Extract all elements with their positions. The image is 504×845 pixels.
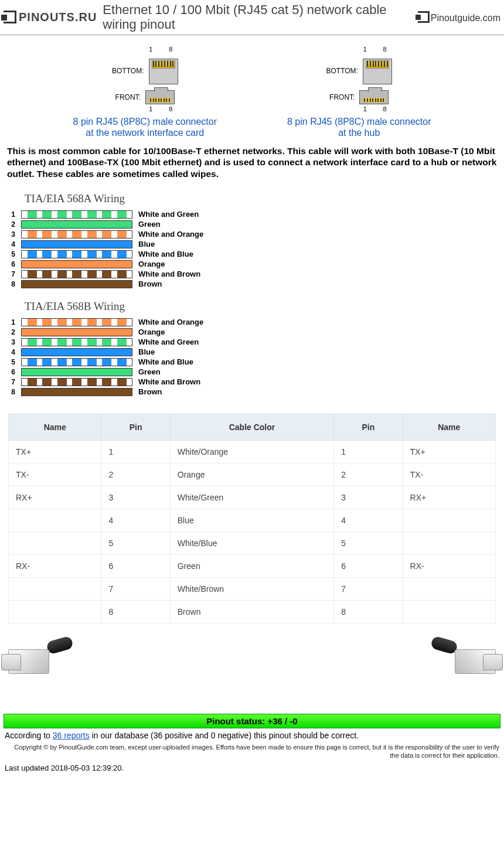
table-row: RX+3White/Green3RX+: [9, 486, 496, 509]
table-cell: [9, 509, 101, 532]
table-cell: Orange: [170, 464, 333, 486]
wire-color-bar: [21, 338, 132, 346]
wire-row: 2Orange: [7, 328, 497, 336]
wire-pin-number: 8: [7, 388, 15, 396]
wire-label: Orange: [138, 260, 165, 268]
wire-color-bar: [21, 368, 132, 376]
table-cell: 8: [334, 601, 403, 623]
wire-label: Orange: [138, 328, 165, 336]
copyright: Copyright © by PinoutGuide.com team, exc…: [0, 742, 504, 761]
wire-pin-number: 7: [7, 270, 15, 278]
wire-color-bar: [21, 240, 132, 248]
wire-color-bar: [21, 328, 132, 336]
table-cell: 1: [334, 441, 403, 464]
wire-row: 5White and Blue: [7, 357, 497, 366]
table-cell: 3: [334, 486, 403, 509]
wire-row: 3White and Green: [7, 338, 497, 346]
front-label: FRONT:: [115, 93, 141, 101]
wire-label: White and Orange: [138, 318, 203, 326]
wire-label: Brown: [138, 280, 162, 288]
table-header: Name: [9, 414, 101, 441]
connector-diagrams: 18 BOTTOM: FRONT: 18 8 pin RJ45 (8P8C) m…: [0, 46, 504, 138]
wiring-568b: TIA/EIA 568B Wiring 1White and Orange2Or…: [0, 292, 504, 400]
wire-color-bar: [21, 378, 132, 386]
wire-label: Green: [138, 220, 161, 229]
wire-pin-number: 1: [7, 210, 15, 219]
table-cell: 2: [334, 464, 403, 486]
table-row: 4Blue4: [9, 509, 496, 532]
bottom-connector-photos: [0, 635, 504, 679]
wire-color-bar: [21, 220, 132, 229]
wire-row: 1White and Green: [7, 210, 497, 219]
logo-left[interactable]: PINOUTS.RU: [4, 11, 97, 24]
table-cell: 4: [334, 509, 403, 532]
table-row: 7White/Brown7: [9, 578, 496, 601]
wire-pin-number: 6: [7, 260, 15, 268]
wiring-568a-title: TIA/EIA 568A Wiring: [25, 192, 497, 205]
wire-pin-number: 2: [7, 328, 15, 336]
intro-text: This is most common cable for 10/100Base…: [0, 143, 504, 184]
rj45-photo-right: [443, 639, 496, 676]
wire-pin-number: 7: [7, 378, 15, 386]
wire-row: 6Orange: [7, 260, 497, 268]
table-cell: Blue: [170, 509, 333, 532]
table-cell: White/Brown: [170, 578, 333, 601]
table-header: Pin: [334, 414, 403, 441]
table-cell: RX+: [9, 486, 101, 509]
table-row: TX+1White/Orange1TX+: [9, 441, 496, 464]
table-cell: 2: [101, 464, 170, 486]
wire-row: 7White and Brown: [7, 377, 497, 386]
wire-row: 8Brown: [7, 387, 497, 396]
wiring-568b-title: TIA/EIA 568B Wiring: [25, 300, 497, 313]
table-row: 8Brown8: [9, 601, 496, 623]
wiring-568a: TIA/EIA 568A Wiring 1White and Green2Gre…: [0, 184, 504, 292]
wire-pin-number: 3: [7, 338, 15, 346]
table-header: Cable Color: [170, 414, 333, 441]
wire-label: White and Green: [138, 338, 199, 346]
wire-row: 1White and Orange: [7, 318, 497, 326]
table-cell: TX-: [9, 464, 101, 486]
wire-color-bar: [21, 260, 132, 268]
table-cell: TX+: [9, 441, 101, 464]
table-row: TX-2Orange2TX-: [9, 464, 496, 486]
table-header: Name: [403, 414, 495, 441]
rj45-front-icon: [145, 90, 175, 104]
page-title: Ethernet 10 / 100 Mbit (RJ45 cat 5) netw…: [103, 2, 417, 32]
table-cell: 4: [101, 509, 170, 532]
wire-color-bar: [21, 280, 132, 288]
table-cell: Brown: [170, 601, 333, 623]
pinout-icon: [418, 11, 430, 23]
table-cell: White/Orange: [170, 441, 333, 464]
table-cell: 8: [101, 601, 170, 623]
wire-color-bar: [21, 270, 132, 278]
wire-color-bar: [21, 388, 132, 396]
rj45-bottom-icon: [149, 59, 178, 84]
logo-right[interactable]: Pinoutguide.com: [418, 9, 500, 25]
table-cell: [403, 532, 495, 555]
rj45-bottom-icon: [363, 59, 392, 84]
wire-color-bar: [21, 358, 132, 366]
table-cell: RX-: [9, 555, 101, 578]
reports-link[interactable]: 36 reports: [53, 731, 90, 740]
wire-pin-number: 1: [7, 318, 15, 326]
rj45-front-icon: [359, 90, 389, 104]
table-cell: White/Green: [170, 486, 333, 509]
table-cell: 1: [101, 441, 170, 464]
wire-label: Brown: [138, 387, 162, 396]
pinout-status-bar: Pinout status: +36 / -0: [4, 714, 500, 728]
wire-label: Green: [138, 367, 161, 376]
wire-label: White and Brown: [138, 270, 200, 278]
table-row: RX-6Green6RX-: [9, 555, 496, 578]
table-cell: 6: [101, 555, 170, 578]
status-text: According to 36 reports in our database …: [0, 730, 504, 742]
connector-right: 18 BOTTOM: FRONT: 18 8 pin RJ45 (8P8C) m…: [287, 46, 431, 138]
connector-right-link[interactable]: 8 pin RJ45 (8P8C) male connector at the …: [287, 116, 431, 138]
table-cell: Green: [170, 555, 333, 578]
logo-left-text: PINOUTS.RU: [19, 11, 97, 24]
table-cell: TX+: [403, 441, 495, 464]
connector-left-link[interactable]: 8 pin RJ45 (8P8C) male connector at the …: [73, 116, 217, 138]
wire-color-bar: [21, 250, 132, 258]
last-updated: Last updated 2018-05-03 12:39:20.: [0, 761, 504, 778]
table-cell: RX-: [403, 555, 495, 578]
table-cell: TX-: [403, 464, 495, 486]
